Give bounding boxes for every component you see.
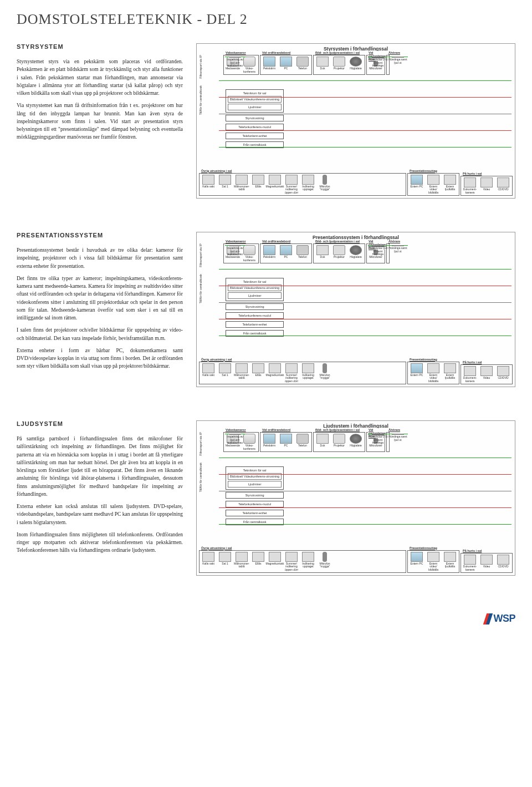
presentation-p3: I salen finns det projektorer och/eller …: [17, 326, 183, 342]
dev-externpc: Extern PC: [409, 175, 424, 195]
magnet-icon: [269, 175, 281, 185]
camera-icon: [243, 57, 255, 67]
dev-cddvd: CD/DVD: [495, 177, 511, 194]
dev-externvideo: Extern video/ bildkälla: [426, 175, 441, 195]
sign-icon: [219, 175, 231, 185]
group-presuttag: Presentationsuttag Extern PC Extern vide…: [407, 173, 459, 196]
g2-hurts: På hurts i salDokument-kameraVideoCD/DVD: [461, 364, 513, 384]
vlabel-filtransport: Filtransport via IP: [199, 55, 221, 79]
dev-horslinga: Hörslinga samt ljud ut: [388, 57, 408, 57]
diagram3-sidecol: Filtransport via IPTill/för för centralk…: [199, 432, 221, 544]
presentation-textcol: PRESENTATIONSSYSTEM Presentationssysteme…: [17, 232, 183, 387]
video-source-icon: [427, 363, 439, 373]
section-ljud: LJUDSYSTEM På samtliga partsbord i förha…: [17, 420, 515, 576]
alarm-icon: [202, 363, 214, 373]
g2-videokameror: VideokamerorMedseendeInspelning av ljud …: [223, 243, 259, 263]
styrsystem-textcol: STYRSYSTEM Styrsystemet styrs via en pek…: [17, 43, 183, 199]
g3-videokameror: VideokamerorMedseendeInspelning av ljud …: [223, 432, 259, 452]
g3-bildljud: Bild- och ljudpresentation i salDukProje…: [313, 432, 365, 452]
dev-malnummer: Målnummer-tablå: [234, 175, 249, 195]
box-centralkiosk: Från centralkiosk: [226, 141, 284, 148]
phone-icon: [296, 434, 309, 444]
document-camera-icon: [464, 555, 476, 565]
laptop-icon: [411, 363, 423, 373]
display-icon: [236, 552, 248, 562]
label-ordforande: Vid ordförandebord: [262, 51, 291, 54]
lock-icon: [252, 363, 264, 373]
diagram3-stack: Teknikrum för salBildväxel/ Videokonfere…: [226, 466, 284, 525]
display-icon: [236, 175, 248, 185]
dvd-icon: [497, 555, 509, 565]
diagram-botrow: Övrig utrustning i sal Kalla vakt Sal 1 …: [199, 173, 513, 196]
label-presuttag: Presentationsuttag: [409, 169, 438, 172]
diagram-sidecol: Filtransport via IP Till/för för central…: [199, 55, 221, 167]
group-ahorare: Åhörare Hörslinga samt ljud ut: [386, 55, 390, 75]
g3-ordforande: Vid ordförandebordPekskärmPCTelefon: [260, 432, 312, 452]
magnet-icon: [269, 363, 281, 373]
label-hurts: På hurts i sal: [462, 172, 482, 175]
ljud-diagram: Ljudsystem i förhandlingssal Videokamero…: [196, 420, 515, 576]
dev-dokkamera: Dokument-kamera: [462, 177, 478, 194]
wsp-logo: WSP: [485, 613, 515, 624]
g3-ahorare: ÅhörareHörslinga samt ljud ut: [386, 432, 390, 452]
buzzer-icon: [285, 552, 298, 562]
box-ljudmixer: Ljudmixer: [228, 104, 282, 110]
speaker-icon: [350, 57, 362, 67]
dev-magnet: Magnetkontakt: [267, 175, 283, 195]
ljud-heading: LJUDSYSTEM: [17, 420, 183, 427]
label-teknikrum: Teknikrum för sal: [228, 92, 282, 95]
projector-icon: [333, 245, 345, 255]
diagram2-botrow: Övrig utrustning i salKalla vaktSal 1Mål…: [199, 362, 513, 385]
label-ahorare: Åhörare: [388, 51, 401, 54]
presentation-p4: Externa enheter i form av bärbar PC, dok…: [17, 347, 183, 370]
indicator-icon: [302, 363, 314, 373]
box-styr: Styrutrustning: [226, 115, 284, 121]
g2-ovrigt: Övrig utrustning i salKalla vaktSal 1Mål…: [199, 362, 406, 385]
box-bildvaxel: Bildväxel/ Videokonferens-utrustning: [228, 96, 282, 103]
buzzer-icon: [285, 363, 298, 373]
vcr-icon: [480, 366, 493, 376]
lavalier-mic-icon: [323, 175, 327, 185]
phone-icon: [296, 245, 309, 255]
lavalier-mic-icon: [323, 552, 327, 562]
group-hurts: På hurts i sal Dokument-kamera Video CD/…: [461, 176, 513, 196]
audio-source-icon: [444, 363, 456, 373]
diagram-stack: Teknikrum för sal Bildväxel/ Videokonfer…: [226, 89, 284, 148]
g3-presuttag: PresentationsuttagExtern PCExtern video/…: [407, 550, 459, 573]
pc-icon: [280, 57, 292, 67]
g2-bildljud: Bild- och ljudpresentation i salDukProje…: [313, 243, 365, 263]
group-ordforande: Vid ordförandebord Pekskärm PC Telefon: [260, 55, 312, 75]
styrsystem-p1: Styrsystemet styrs via en pekskärm som p…: [17, 58, 183, 97]
dev-externljud: Extern ljudkälla: [442, 175, 458, 195]
presentation-diagram: Presentationssystem i förhandlingssal Vi…: [196, 232, 515, 387]
camera-icon: [243, 434, 255, 444]
presentation-heading: PRESENTATIONSSYSTEM: [17, 232, 183, 238]
alarm-icon: [202, 552, 214, 562]
magnet-icon: [269, 552, 281, 562]
vcr-icon: [480, 555, 493, 565]
audio-source-icon: [444, 552, 456, 562]
g3-hurts: På hurts i salDokument-kameraVideoCD/DVD: [461, 553, 513, 573]
ljud-p1: På samtliga partsbord i förhandlingssale…: [17, 435, 183, 498]
laptop-icon: [411, 552, 423, 562]
g2-partsplatser: Vid partsplatser m.m.Hörsnäcka/ ljud ut …: [366, 243, 385, 263]
projector-icon: [333, 434, 345, 444]
dev-horsnacka: Hörsnäcka/ ljud ut samt hörslinga: [368, 57, 388, 57]
page-title: DOMSTOLSTELETEKNIK - DEL 2: [17, 11, 515, 28]
diagram2-sidecol: Filtransport via IPTill/för för centralk…: [199, 243, 221, 356]
dev-mygga: Mikrofon "mygga": [317, 175, 332, 195]
dev-indikering: Indikering upptaget: [300, 175, 316, 195]
vlabel-centralkiosk: Till/för för centralkiosk: [199, 85, 221, 115]
phone-icon: [296, 57, 309, 67]
g2-ordforande: Vid ordförandebordPekskärmPCTelefon: [260, 243, 312, 263]
video-source-icon: [427, 175, 439, 185]
dev-video: Video: [479, 177, 494, 194]
document-camera-icon: [464, 366, 476, 376]
group-partsplatser: Vid partsplatser m.m. Hörsnäcka/ ljud ut…: [366, 55, 385, 75]
g2-presuttag: PresentationsuttagExtern PCExtern video/…: [407, 362, 459, 385]
display-icon: [236, 363, 248, 373]
title-sub: - DEL 2: [193, 11, 248, 27]
dev-projektor: Projektor: [331, 57, 347, 70]
label-videokameror: Videokameror: [225, 51, 247, 54]
wsp-logo-text: WSP: [493, 613, 515, 624]
